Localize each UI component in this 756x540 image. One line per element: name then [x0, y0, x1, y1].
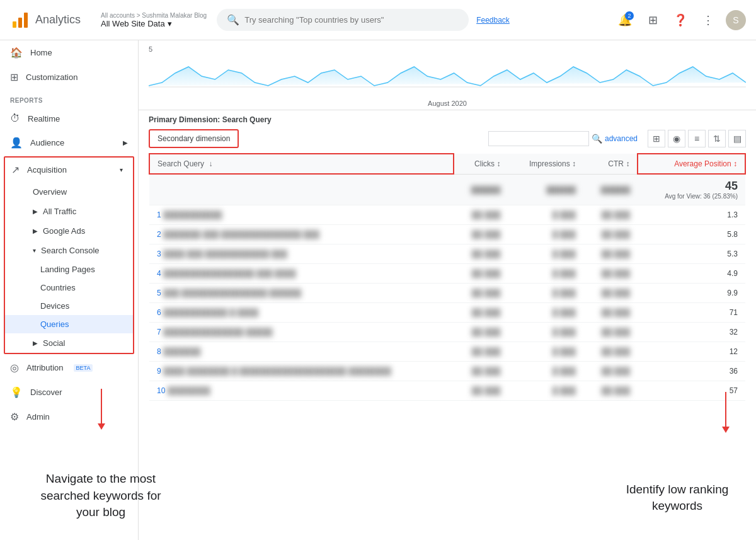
- chart-area: 5 August 2020: [139, 40, 756, 110]
- sort-view-button[interactable]: ⇅: [708, 130, 726, 147]
- query-cell: 6 ████████████ █ ████: [149, 303, 454, 323]
- view-toggle: ⊞ ◉ ≡ ⇅ ▤: [648, 130, 746, 147]
- ctr-header[interactable]: CTR ↕: [583, 154, 638, 174]
- sidebar-item-devices[interactable]: Devices: [5, 297, 133, 315]
- avg-pos-cell: 71: [638, 303, 745, 323]
- admin-label: Admin: [26, 412, 50, 422]
- table-controls: Secondary dimension 🔍 advanced ⊞ ◉ ≡ ⇅ ▤: [149, 129, 746, 148]
- table-row: 8 ███████ ██ ███ █ ███ ██ ███ 12: [149, 342, 745, 362]
- filter-search-icon[interactable]: 🔍: [592, 134, 602, 144]
- overview-label: Overview: [33, 187, 67, 197]
- sidebar-item-discover[interactable]: 💡 Discover: [0, 380, 138, 405]
- impressions-cell: █ ███: [508, 225, 583, 244]
- account-selector[interactable]: All accounts > Sushmita Malakar Blog All…: [101, 12, 207, 28]
- acquisition-label: Acquisition: [27, 165, 67, 175]
- sort-icon: ↓: [209, 159, 212, 168]
- clicks-header[interactable]: Clicks ↕: [454, 154, 508, 174]
- data-table: Search Query ↓ Clicks ↕ Impressions ↕: [149, 153, 746, 401]
- devices-label: Devices: [40, 301, 69, 311]
- help-icon: ❓: [673, 13, 687, 27]
- feedback-link[interactable]: Feedback: [476, 16, 510, 25]
- avg-clicks-cell: ██████: [454, 174, 508, 205]
- sidebar-item-all-traffic[interactable]: ▶ All Traffic: [5, 202, 133, 221]
- query-cell: 4 █████████████████ ███ ████: [149, 264, 454, 284]
- pie-view-button[interactable]: ◉: [668, 130, 685, 147]
- sidebar-item-home[interactable]: 🏠 Home: [0, 40, 138, 65]
- table-row: 6 ████████████ █ ████ ██ ███ █ ███ ██ ██…: [149, 303, 745, 323]
- sidebar-item-overview[interactable]: Overview: [5, 182, 133, 202]
- avg-pos-cell: 5.3: [638, 244, 745, 264]
- impressions-cell: █ ███: [508, 303, 583, 323]
- sidebar-item-google-ads[interactable]: ▶ Google Ads: [5, 221, 133, 241]
- search-filter: 🔍 advanced: [488, 131, 638, 146]
- advanced-link[interactable]: advanced: [605, 134, 638, 143]
- avg-pos-cell: 5.8: [638, 225, 745, 244]
- sidebar-item-social[interactable]: ▶ Social: [5, 333, 133, 353]
- clicks-cell: ██ ███: [454, 381, 508, 401]
- sidebar-item-customization[interactable]: ⊞ Customization: [0, 65, 138, 89]
- grid-icon: ⊞: [648, 13, 658, 27]
- clicks-cell: ██ ███: [454, 303, 508, 323]
- acquisition-expand-icon: ▾: [120, 166, 123, 173]
- impressions-sort-icon: ↕: [572, 159, 576, 168]
- sidebar-item-attribution[interactable]: ◎ Attribution BETA: [0, 355, 138, 380]
- report-area: Primary Dimension: Search Query Secondar…: [139, 110, 756, 406]
- sidebar-item-countries[interactable]: Countries: [5, 279, 133, 297]
- avatar[interactable]: S: [726, 10, 746, 30]
- query-cell: 8 ███████: [149, 342, 454, 362]
- countries-label: Countries: [40, 283, 76, 292]
- sidebar-item-audience[interactable]: 👤 Audience ▶: [0, 130, 138, 155]
- grid-view-button[interactable]: ⊞: [648, 130, 665, 147]
- search-console-expand-icon: ▾: [33, 247, 36, 254]
- impressions-header[interactable]: Impressions ↕: [508, 154, 583, 174]
- notifications-button[interactable]: 🔔 2: [615, 10, 635, 30]
- clicks-cell: ██ ███: [454, 264, 508, 284]
- search-input[interactable]: [244, 15, 459, 25]
- google-ads-label: Google Ads: [43, 226, 85, 236]
- svg-rect-0: [13, 21, 16, 28]
- sidebar-item-search-console[interactable]: ▾ Search Console: [5, 241, 133, 260]
- realtime-label: Realtime: [28, 114, 60, 124]
- avg-position-header[interactable]: Average Position ↕: [638, 154, 745, 174]
- impressions-cell: █ ███: [508, 244, 583, 264]
- table-row: 2 ███████ ███ ███████████████ ███ ██ ███…: [149, 225, 745, 244]
- sidebar-item-admin[interactable]: ⚙ Admin: [0, 405, 138, 429]
- sidebar-item-queries[interactable]: Queries: [5, 315, 133, 333]
- breadcrumb: All accounts > Sushmita Malakar Blog: [101, 12, 207, 19]
- impressions-cell: █ ███: [508, 205, 583, 225]
- header-actions: 🔔 2 ⊞ ❓ ⋮ S: [615, 10, 746, 30]
- impressions-cell: █ ███: [508, 342, 583, 362]
- secondary-dimension-button[interactable]: Secondary dimension: [149, 129, 239, 148]
- table-row: 3 ████ ███ ████████████ ███ ██ ███ █ ███…: [149, 244, 745, 264]
- property-selector[interactable]: All Web Site Data ▾: [101, 19, 207, 28]
- avg-total-row: ██████ ██████ ██████ 45 Avg for View: 36…: [149, 174, 745, 205]
- search-query-header[interactable]: Search Query ↓: [149, 154, 454, 174]
- search-console-label: Search Console: [41, 246, 100, 255]
- sidebar: 🏠 Home ⊞ Customization REPORTS ⏱ Realtim…: [0, 40, 139, 540]
- acquisition-section-highlight: ↗ Acquisition ▾ Overview ▶ All Traffic ▶…: [4, 156, 134, 354]
- sidebar-item-realtime[interactable]: ⏱ Realtime: [0, 106, 138, 130]
- sidebar-item-landing-pages[interactable]: Landing Pages: [5, 260, 133, 279]
- search-bar[interactable]: 🔍: [217, 9, 469, 31]
- ctr-cell: ██ ███: [583, 244, 638, 264]
- header: Analytics All accounts > Sushmita Malaka…: [0, 0, 756, 40]
- avg-pos-cell: 57: [638, 381, 745, 401]
- sidebar-item-acquisition[interactable]: ↗ Acquisition ▾: [5, 158, 133, 182]
- list-view-button[interactable]: ≡: [688, 130, 706, 147]
- more-button[interactable]: ⋮: [698, 10, 718, 30]
- table-row: 9 ████ ████████ █ ████████████████████ █…: [149, 362, 745, 381]
- audience-expand-icon: ▶: [123, 139, 128, 146]
- social-expand-icon: ▶: [33, 340, 38, 347]
- avg-impressions-cell: ██████: [508, 174, 583, 205]
- all-traffic-expand-icon: ▶: [33, 208, 38, 215]
- clicks-cell: ██ ███: [454, 323, 508, 342]
- apps-button[interactable]: ⊞: [643, 10, 663, 30]
- svg-rect-2: [24, 13, 28, 28]
- table-view-button[interactable]: ▤: [728, 130, 746, 147]
- filter-input[interactable]: [488, 131, 589, 146]
- dropdown-icon: ▾: [168, 19, 172, 28]
- help-button[interactable]: ❓: [670, 10, 690, 30]
- query-cell: 5 ███ ████████████████ ██████: [149, 284, 454, 303]
- avg-position-total: 45 Avg for View: 36 (25.83%): [638, 174, 745, 205]
- main-content: 5 August 2020 Primary Dimension: [139, 40, 756, 540]
